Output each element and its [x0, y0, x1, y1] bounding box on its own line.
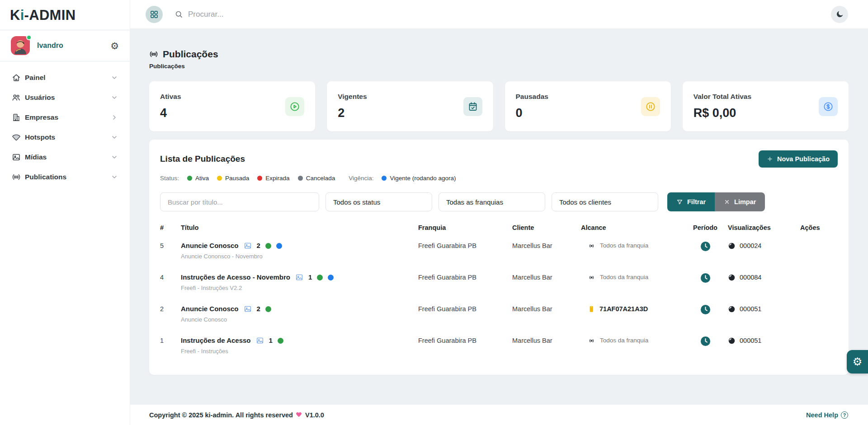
footer: Copyright © 2025 ki-admin. All rights re… [130, 405, 868, 425]
sidebar-item-painel[interactable]: Painel [0, 68, 130, 88]
sidebar-item-label: Mídias [25, 153, 107, 161]
franquia-cell: Freefi Guarabira PB [418, 241, 512, 250]
heart-icon [296, 412, 302, 418]
table-row: 4 Instruções de Acesso - Novembro 1 Free… [149, 263, 849, 294]
stat-label: Valor Total Ativas [693, 93, 751, 101]
cliente-select[interactable]: Todos os clientes [552, 192, 658, 211]
chevron-down-icon [111, 173, 118, 181]
play-circle-icon [285, 97, 304, 116]
alcance-cell: Todos da franquia [581, 241, 683, 250]
stat-value: 0 [516, 106, 548, 120]
media-count: 1 [269, 336, 273, 345]
page-header: Publicações Publicações [149, 49, 849, 70]
clock-icon [700, 336, 711, 346]
global-search [175, 10, 378, 19]
user-settings-gear-icon[interactable]: ⚙ [110, 41, 119, 51]
moon-icon [835, 10, 844, 19]
status-legend: Status: Ativa Pausada Expirada Cancelada… [149, 168, 849, 182]
funnel-icon [676, 199, 683, 205]
gray-dot-icon [298, 176, 303, 181]
dollar-circle-icon [819, 97, 838, 116]
home-icon [12, 73, 21, 82]
image-icon [256, 336, 264, 345]
blue-dot-icon [382, 176, 387, 181]
sidebar-item-publications[interactable]: Publications [0, 167, 130, 187]
sidebar-item-label: Publications [25, 173, 107, 181]
sidebar: Ki-ADMIN Ivandro ⚙ Painel [0, 0, 130, 425]
topbar [130, 0, 868, 29]
stat-label: Pausadas [516, 93, 548, 101]
sidebar-item-empresas[interactable]: Empresas [0, 107, 130, 127]
yellow-dot-icon [217, 176, 222, 181]
title-search-input[interactable] [160, 192, 319, 211]
broadcast-icon [149, 50, 158, 59]
legend-item-pausada: Pausada [217, 175, 249, 182]
filter-button[interactable]: Filtrar [667, 192, 715, 211]
building-icon [12, 113, 21, 122]
views-count: 000084 [740, 273, 761, 282]
red-dot-icon [257, 176, 262, 181]
search-input[interactable] [188, 10, 378, 19]
table-header: # Título Franquia Cliente Alcance Períod… [149, 224, 849, 231]
media-count: 2 [257, 304, 260, 313]
plus-icon [767, 156, 773, 162]
stat-label: Ativas [160, 93, 181, 101]
views-icon [728, 242, 736, 250]
publication-subtitle: Anuncie Cononsco - Novembro [181, 253, 418, 260]
broadcast-icon [587, 242, 596, 250]
status-active-dot [317, 275, 323, 280]
status-select[interactable]: Todos os status [326, 192, 432, 211]
sidebar-item-midias[interactable]: Mídias [0, 147, 130, 167]
sidebar-item-usuarios[interactable]: Usuários [0, 88, 130, 107]
user-block: Ivandro ⚙ [0, 30, 130, 61]
cliente-cell: Marcellus Bar [512, 273, 581, 282]
logo-rest: -ADMIN [24, 7, 76, 23]
broadcast-icon [587, 336, 596, 345]
image-icon [12, 153, 21, 162]
stat-label: Vigentes [338, 93, 367, 101]
franquia-cell: Freefi Guarabira PB [418, 273, 512, 282]
floating-settings-button[interactable]: ⚙ [847, 350, 868, 374]
publication-title: Anuncie Conosco [181, 304, 239, 313]
cliente-cell: Marcellus Bar [512, 241, 581, 250]
version: V1.0.0 [305, 411, 324, 419]
image-icon [244, 305, 252, 313]
views-icon [728, 337, 736, 345]
sidebar-item-label: Painel [25, 74, 107, 82]
alcance-cell: 71AF07A21A3D [581, 304, 683, 313]
vigente-dot [328, 275, 334, 280]
clock-icon [700, 304, 711, 315]
app-logo: Ki-ADMIN [0, 0, 130, 30]
cliente-cell: Marcellus Bar [512, 336, 581, 345]
views-count: 000051 [740, 304, 761, 313]
search-icon [175, 10, 183, 19]
publication-subtitle: Freefi - Instruções [181, 348, 418, 355]
x-icon [724, 199, 730, 205]
legend-status-label: Status: [160, 175, 179, 182]
sidebar-nav: Painel Usuários Empresas Hotspots [0, 61, 130, 193]
wifi-icon [12, 133, 21, 142]
sidebar-item-hotspots[interactable]: Hotspots [0, 127, 130, 147]
views-icon [728, 274, 736, 281]
status-active-dot [278, 338, 283, 344]
views-icon [728, 305, 736, 313]
legend-item-expirada: Expirada [257, 175, 289, 182]
copyright: Copyright © 2025 ki-admin. All rights re… [149, 411, 324, 419]
alcance-cell: Todos da franquia [581, 273, 683, 282]
alcance-cell: Todos da franquia [581, 336, 683, 345]
image-icon [244, 242, 252, 250]
dark-mode-toggle[interactable] [831, 6, 848, 23]
breadcrumb: Publicações [149, 63, 849, 70]
franquia-select[interactable]: Todas as franquias [439, 192, 545, 211]
franquia-cell: Freefi Guarabira PB [418, 336, 512, 345]
device-icon [587, 305, 595, 313]
views-count: 000051 [740, 336, 761, 345]
new-publication-button[interactable]: Nova Publicação [759, 150, 838, 168]
broadcast-icon [587, 273, 596, 282]
apps-grid-button[interactable] [146, 6, 163, 23]
chevron-down-icon [111, 134, 118, 141]
need-help-link[interactable]: Need Help ? [806, 411, 848, 419]
gear-icon: ⚙ [853, 355, 863, 368]
clear-button[interactable]: Limpar [715, 192, 765, 211]
status-active-dot [265, 243, 271, 249]
